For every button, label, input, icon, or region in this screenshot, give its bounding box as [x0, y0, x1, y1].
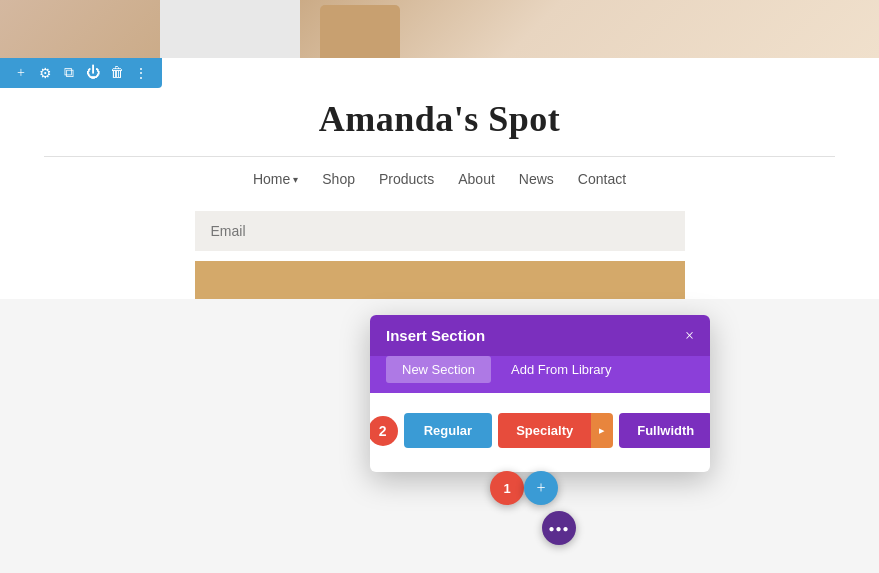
nav-item-about[interactable]: About	[458, 171, 495, 187]
tab-new-section[interactable]: New Section	[386, 356, 491, 383]
float-more-button[interactable]: ●●●	[542, 511, 576, 545]
hero-image	[0, 0, 879, 58]
dots-icon: ●●●	[548, 523, 569, 534]
nav-item-shop[interactable]: Shop	[322, 171, 355, 187]
nav-item-home[interactable]: Home	[253, 171, 298, 187]
insert-section-modal: Insert Section × New Section Add From Li…	[370, 315, 710, 472]
tan-strip	[195, 261, 685, 299]
content-area: Amanda's Spot Home Shop Products About N…	[0, 58, 879, 299]
trash-icon[interactable]: 🗑	[108, 64, 126, 82]
site-title: Amanda's Spot	[0, 78, 879, 156]
modal-tabs: New Section Add From Library	[370, 356, 710, 393]
nav-item-contact[interactable]: Contact	[578, 171, 626, 187]
modal-title: Insert Section	[386, 327, 485, 344]
toolbar: + ⚙ ⧉ ⏻ 🗑 ⋮	[0, 58, 162, 88]
power-icon[interactable]: ⏻	[84, 64, 102, 82]
nav-item-products[interactable]: Products	[379, 171, 434, 187]
more-icon[interactable]: ⋮	[132, 64, 150, 82]
float-add-button[interactable]: +	[524, 471, 558, 505]
email-input[interactable]	[195, 211, 685, 251]
modal-options: 2 Regular Specialty ▸ Fullwidth	[370, 393, 710, 472]
fullwidth-button[interactable]: Fullwidth	[619, 413, 710, 448]
settings-icon[interactable]: ⚙	[36, 64, 54, 82]
navigation: Home Shop Products About News Contact	[0, 157, 879, 201]
float-badge-1: 1	[490, 471, 524, 505]
regular-button[interactable]: Regular	[404, 413, 492, 448]
specialty-button[interactable]: Specialty	[498, 413, 591, 448]
email-section	[0, 201, 879, 261]
modal-close-button[interactable]: ×	[685, 328, 694, 344]
tab-add-from-library[interactable]: Add From Library	[495, 356, 627, 383]
specialty-icon-button[interactable]: ▸	[591, 413, 613, 448]
badge-2: 2	[370, 416, 398, 446]
specialty-group: Specialty ▸	[498, 413, 613, 448]
copy-icon[interactable]: ⧉	[60, 64, 78, 82]
nav-item-news[interactable]: News	[519, 171, 554, 187]
modal-header: Insert Section ×	[370, 315, 710, 356]
add-icon[interactable]: +	[12, 64, 30, 82]
